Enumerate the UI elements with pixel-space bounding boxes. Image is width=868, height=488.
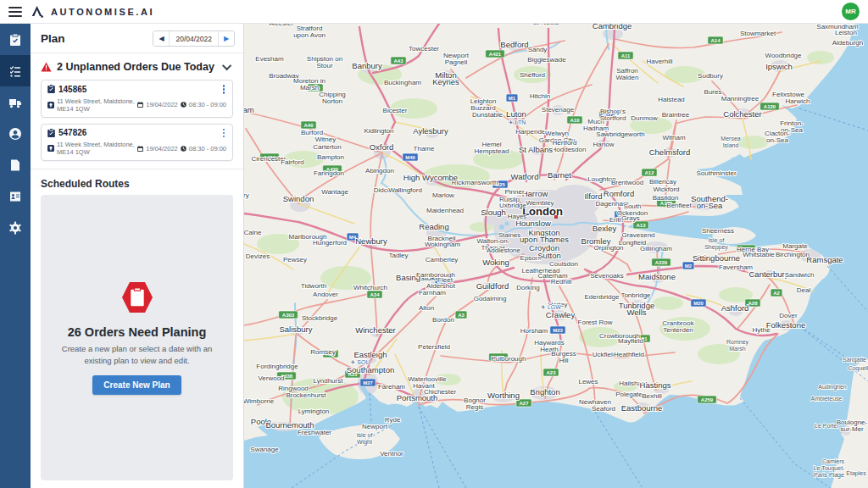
map-green-area	[737, 136, 768, 149]
map-label: Kidlington	[364, 127, 393, 135]
map-label: Tadley	[388, 252, 408, 259]
date-prev-button[interactable]: ◀	[153, 31, 170, 46]
order-time: 08:30 - 09:00	[189, 145, 226, 152]
hamburger-menu-icon[interactable]	[8, 7, 22, 17]
order-clipboard-icon	[47, 85, 55, 93]
map-label: Rickmansworth	[452, 179, 498, 186]
scheduled-routes-panel: 26 Orders Need Planing Create a new plan…	[41, 195, 233, 480]
order-card[interactable]: 547826 11 Week Street, Maidstone, ME14 1…	[41, 124, 233, 162]
map-label: Hastings	[640, 380, 671, 390]
map-label: Sandwich	[785, 271, 815, 279]
map[interactable]: M40M4M1M11M25M25M3M23M20M2M27A34A3A21A23…	[244, 24, 868, 488]
map-label: Eastleigh	[353, 350, 387, 359]
road-badge: A13	[633, 221, 648, 229]
date-next-button[interactable]: ▶	[218, 31, 234, 46]
map-label: Shefford	[520, 71, 545, 79]
sidebar-item-orders[interactable]	[0, 55, 31, 86]
clipboard-check-icon	[8, 33, 22, 47]
svg-text:A23: A23	[546, 370, 556, 375]
sidebar-item-contacts[interactable]	[0, 180, 31, 212]
map-label: Maidstone	[638, 272, 676, 281]
calendar-icon	[137, 102, 143, 108]
map-label: Addlestone	[487, 247, 521, 254]
map-label: Romford	[604, 189, 634, 198]
map-label: Bexhill	[642, 392, 662, 400]
order-id: 547826	[58, 128, 221, 137]
map-canvas[interactable]: M40M4M1M11M25M25M3M23M20M2M27A34A3A21A23…	[244, 24, 868, 488]
order-card[interactable]: 145865 11 Week Street, Maidstone, ME14 1…	[41, 80, 233, 118]
date-picker: ◀ 20/04/2022 ▶	[153, 30, 235, 47]
map-label: Ventnor	[380, 450, 403, 458]
road-badge: A14	[708, 36, 723, 44]
road-badge: A229	[652, 258, 671, 266]
map-label: Wallingford	[388, 186, 422, 194]
map-label: Camberley	[426, 256, 459, 263]
map-label: Brentwood	[611, 179, 643, 186]
map-label: Evesham	[255, 55, 284, 63]
map-label: Gravesend	[621, 231, 654, 239]
map-label: Maidenhead	[426, 207, 464, 214]
sidebar-item-drivers[interactable]	[0, 118, 31, 149]
avatar[interactable]: MR	[842, 3, 860, 20]
document-icon	[8, 158, 22, 172]
map-label: Coquelles	[848, 365, 868, 372]
empty-state-description: Create a new plan or select a date with …	[49, 343, 225, 366]
map-green-area	[807, 51, 834, 64]
map-label: Basildon	[653, 194, 679, 202]
map-label: St Neots	[533, 24, 559, 26]
svg-text:M40: M40	[405, 155, 415, 160]
map-label: Sevenoaks	[590, 272, 624, 280]
map-label: Harwich	[786, 97, 810, 105]
map-label: Eastbourne	[621, 403, 663, 413]
map-label: Bordon	[432, 316, 454, 324]
sidebar-item-reports[interactable]	[0, 149, 31, 180]
map-label: LeightonBuzzard	[470, 97, 497, 112]
map-label: Swanage	[250, 446, 279, 453]
order-id: 145865	[58, 85, 221, 94]
map-label: Leiston	[835, 29, 857, 36]
map-label: Brighton	[530, 387, 559, 396]
empty-state: 26 Orders Need Planing Create a new plan…	[49, 280, 225, 395]
sidebar-item-settings[interactable]	[0, 212, 31, 243]
road-badge: M23	[550, 326, 565, 334]
map-label: Godalming	[474, 295, 507, 302]
create-new-plan-button[interactable]: Create New Plan	[92, 375, 181, 395]
unplanned-orders-header[interactable]: 2 Unplanned Orders Due Today	[31, 53, 243, 80]
map-label: Horsham	[520, 327, 548, 335]
svg-text:A27: A27	[519, 401, 529, 406]
map-label: Stevenage	[542, 106, 575, 114]
warning-icon	[41, 62, 52, 72]
map-label: Clacton-on-Sea	[765, 130, 790, 144]
order-clipboard-icon	[47, 129, 55, 137]
road-badge: A10	[567, 116, 582, 124]
order-menu-kebab-icon[interactable]	[221, 84, 227, 95]
map-label: Camiers	[822, 458, 845, 464]
map-label: Marlow	[432, 191, 454, 199]
calendar-icon	[137, 146, 143, 152]
svg-text:M23: M23	[553, 328, 563, 333]
map-label: Thame	[414, 145, 435, 152]
svg-text:A120: A120	[764, 104, 776, 109]
map-label: Faringdon	[314, 169, 344, 177]
map-label: Wimborne	[244, 397, 275, 405]
location-pin-icon	[47, 145, 54, 152]
sidebar-item-fleet[interactable]	[0, 86, 31, 118]
order-menu-kebab-icon[interactable]	[221, 128, 227, 139]
map-label: Chichester	[424, 388, 457, 396]
map-label: Uckfield	[593, 351, 616, 358]
road-badge: A2	[771, 289, 782, 297]
date-value[interactable]: 20/04/2022	[170, 31, 218, 46]
map-label: Stockbridge	[302, 314, 338, 322]
map-label: BognorRegis	[464, 396, 486, 411]
map-label: Lymington	[298, 408, 330, 415]
map-green-area	[653, 297, 683, 310]
map-label: ChippingNorton	[319, 91, 346, 105]
map-label: Audinghen	[818, 384, 847, 391]
map-label: Le Touquet-Paris Plage	[814, 465, 846, 479]
map-label: Witney	[315, 136, 336, 143]
sidebar-item-plan[interactable]	[0, 24, 31, 55]
svg-text:A229: A229	[655, 260, 668, 265]
road-badge: A120	[760, 103, 780, 110]
map-label: Sawbridgeworth	[596, 130, 644, 138]
svg-text:A303: A303	[282, 313, 295, 318]
